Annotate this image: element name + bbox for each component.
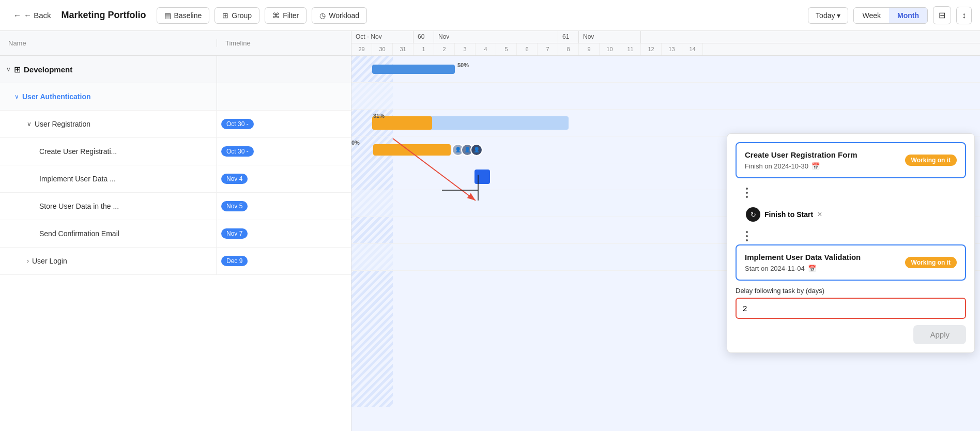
row-impl-data-timeline: Nov 4	[217, 174, 351, 184]
day-4: 4	[476, 43, 496, 55]
pct-development: 50%	[457, 62, 469, 68]
row-development: ∨ ⊞ Development	[0, 56, 351, 83]
bar-create-reg[interactable]	[373, 144, 451, 156]
baseline-button[interactable]: ▤ Baseline	[157, 7, 210, 24]
today-button[interactable]: Today ▾	[808, 7, 848, 24]
col-name-header: Name	[0, 39, 217, 47]
user-reg-label: User Registration	[35, 120, 90, 128]
row-user-auth-name: ∨ User Authentication	[0, 83, 217, 110]
month-nov-1: Nov	[434, 31, 558, 43]
row-user-login-name: › User Login	[0, 248, 217, 274]
day-13: 13	[662, 43, 682, 55]
filter-icon: ⌘	[272, 11, 280, 20]
baseline-icon: ▤	[164, 11, 171, 20]
user-auth-label: User Authentication	[22, 93, 91, 101]
row-user-reg-timeline: Oct 30 -	[217, 119, 351, 129]
dep-cycle-icon: ↻	[746, 207, 760, 222]
chevron-development[interactable]: ∨	[6, 66, 11, 73]
day-2: 2	[434, 43, 455, 55]
back-label: ← Back	[24, 11, 51, 20]
user-login-date: Dec 9	[221, 256, 248, 266]
view-switcher: Week Month	[853, 7, 928, 24]
gantt-row-development: 50%	[351, 56, 980, 83]
sort-icon: ↕	[962, 11, 966, 20]
chevron-user-auth[interactable]: ∨	[14, 93, 19, 100]
dep-row: ↻ Finish to Start ×	[746, 205, 822, 224]
row-store-data-name: Store User Data in the ...	[0, 193, 217, 220]
week-view-button[interactable]: Week	[854, 8, 889, 23]
column-header: Name Timeline	[0, 31, 351, 56]
group-button[interactable]: ⊞ Group	[215, 7, 259, 24]
col-timeline-header: Timeline	[217, 39, 351, 47]
dep-close-button[interactable]: ×	[817, 210, 822, 219]
month-nov-2: Nov	[579, 31, 641, 43]
row-user-login: › User Login Dec 9	[0, 248, 351, 275]
popup-card-1-content: Create User Registration Form Finish on …	[745, 150, 858, 170]
row-create-reg-timeline: Oct 30 -	[217, 146, 351, 157]
back-button[interactable]: ← ← Back	[8, 8, 56, 23]
day-1: 1	[414, 43, 434, 55]
dep-label: Finish to Start	[764, 210, 813, 219]
board-icon: ⊞	[14, 65, 21, 74]
baseline-label: Baseline	[174, 11, 202, 20]
gantt-row-user-auth	[351, 83, 980, 110]
dep-connector: ↻ Finish to Start ×	[746, 184, 966, 244]
apply-button[interactable]: Apply	[913, 325, 966, 344]
sort-icon-button[interactable]: ↕	[956, 7, 972, 24]
create-reg-label: Create User Registrati...	[39, 147, 117, 156]
day-11: 11	[620, 43, 641, 55]
row-send-email: Send Confirmation Email Nov 7	[0, 220, 351, 248]
bar-impl-data[interactable]	[474, 170, 490, 184]
dependency-popup: Create User Registration Form Finish on …	[727, 133, 975, 353]
day-30: 30	[372, 43, 393, 55]
day-9: 9	[579, 43, 600, 55]
main-area: Name Timeline ∨ ⊞ Development ∨ User Aut…	[0, 31, 980, 431]
create-reg-date: Oct 30 -	[221, 146, 254, 157]
gantt-body: 50% User Registration 31% 👤 👤	[351, 56, 980, 407]
popup-card-2-start: Start on 2024-11-04	[745, 265, 805, 272]
delay-input[interactable]	[736, 298, 966, 319]
popup-card-1-finish: Finish on 2024-10-30	[745, 162, 808, 170]
calendar-icon-2: 📅	[808, 265, 816, 272]
row-create-reg-name: Create User Registrati...	[0, 138, 217, 165]
week-60: 60	[414, 31, 434, 43]
row-store-data-timeline: Nov 5	[217, 201, 351, 211]
workload-button[interactable]: ◷ Workload	[312, 7, 367, 24]
popup-card-2-badge: Working on it	[905, 257, 957, 268]
filter-button[interactable]: ⌘ Filter	[265, 7, 307, 24]
bar-development[interactable]	[372, 65, 455, 74]
chevron-user-reg[interactable]: ∨	[27, 120, 32, 128]
group-label: Group	[232, 11, 252, 20]
month-oct-nov: Oct - Nov	[351, 31, 414, 43]
popup-card-2: Implement User Data Validation Start on …	[736, 244, 966, 281]
day-7: 7	[538, 43, 558, 55]
gantt-month-row: Oct - Nov 60 Nov 61 Nov	[351, 31, 980, 43]
week-61: 61	[558, 31, 579, 43]
group-icon: ⊞	[222, 11, 228, 20]
day-31: 31	[393, 43, 414, 55]
popup-card-1-badge: Working on it	[905, 155, 957, 166]
popup-card-1-title: Create User Registration Form	[745, 150, 858, 159]
avatar-3: 👤	[470, 144, 483, 156]
avatar-group: 👤 👤 👤	[455, 144, 483, 156]
row-user-reg: ∨ User Registration Oct 30 -	[0, 111, 351, 138]
month-view-button[interactable]: Month	[889, 8, 927, 23]
row-user-auth: ∨ User Authentication	[0, 83, 351, 111]
store-data-date: Nov 5	[221, 201, 248, 211]
vdots-bottom	[746, 230, 748, 242]
layout-icon-button[interactable]: ⊟	[933, 6, 951, 24]
impl-data-label: Implement User Data ...	[39, 175, 116, 183]
back-arrow-icon: ←	[13, 11, 21, 20]
send-email-date: Nov 7	[221, 228, 248, 239]
row-store-data: Store User Data in the ... Nov 5	[0, 193, 351, 220]
row-send-email-name: Send Confirmation Email	[0, 220, 217, 247]
send-email-label: Send Confirmation Email	[39, 229, 119, 238]
app-header: ← ← Back Marketing Portfolio ▤ Baseline …	[0, 0, 980, 31]
pct-create-reg: 0%	[351, 140, 360, 146]
chevron-user-login[interactable]: ›	[27, 257, 29, 265]
row-development-name: ∨ ⊞ Development	[0, 56, 217, 83]
pct-user-reg: 31%	[373, 113, 385, 119]
gantt-row-user-reg: User Registration 31%	[351, 110, 980, 136]
development-label: Development	[24, 65, 72, 74]
day-3: 3	[455, 43, 476, 55]
